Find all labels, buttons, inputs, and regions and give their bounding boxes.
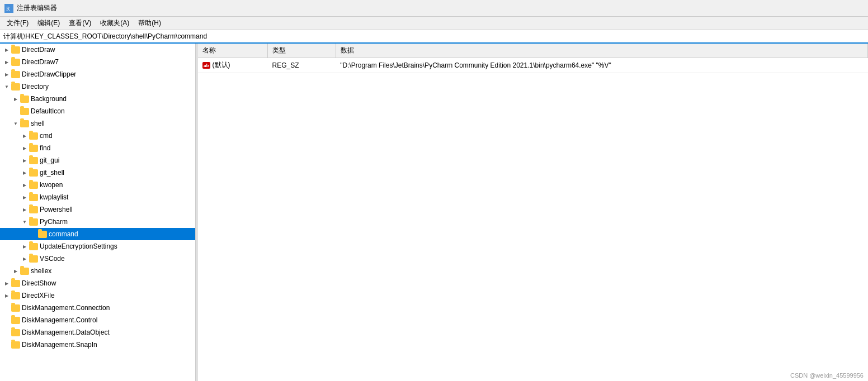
tree-item-powershell[interactable]: Powershell — [0, 203, 195, 216]
folder-icon-powershell — [29, 206, 38, 213]
cell-name-0: ab(默认) — [198, 58, 268, 73]
expand-btn-defaulticon — [11, 107, 20, 116]
tree-item-background[interactable]: Background — [0, 93, 195, 105]
expand-btn-directdrawclipper[interactable] — [2, 70, 11, 79]
menu-file[interactable]: 文件(F) — [2, 17, 33, 29]
tree-label-cmd: cmd — [40, 132, 53, 140]
folder-icon-find — [29, 144, 38, 152]
tree-item-directdraw7[interactable]: DirectDraw7 — [0, 56, 195, 68]
app-icon: R — [4, 4, 13, 13]
folder-icon-diskmanagement_control — [11, 316, 20, 324]
tree-label-shellex: shellex — [31, 267, 51, 275]
menu-favorites[interactable]: 收藏夹(A) — [96, 17, 134, 29]
expand-btn-directory[interactable] — [2, 82, 11, 91]
expand-btn-directxfile[interactable] — [2, 291, 11, 300]
tree-item-kwopen[interactable]: kwopen — [0, 179, 195, 191]
tree-label-background: Background — [31, 95, 67, 103]
expand-btn-shell[interactable] — [11, 119, 20, 128]
menu-view[interactable]: 查看(V) — [64, 17, 96, 29]
folder-icon-directxfile — [11, 292, 20, 299]
tree-label-directxfile: DirectXFile — [22, 292, 55, 299]
tree-item-directdraw[interactable]: DirectDraw — [0, 44, 195, 56]
tree-item-diskmanagement_connection[interactable]: DiskManagement.Connection — [0, 302, 195, 314]
tree-label-directshow: DirectShow — [22, 279, 56, 287]
tree-label-diskmanagement_snapin: DiskManagement.SnapIn — [22, 341, 97, 349]
col-name[interactable]: 名称 — [198, 44, 268, 58]
menu-edit[interactable]: 编辑(E) — [33, 17, 64, 29]
tree-item-git_shell[interactable]: git_shell — [0, 166, 195, 179]
folder-icon-background — [20, 95, 29, 103]
tree-panel[interactable]: DirectDrawDirectDraw7DirectDrawClipperDi… — [0, 44, 196, 381]
tree-item-directshow[interactable]: DirectShow — [0, 277, 195, 289]
tree-item-defaulticon[interactable]: DefaultIcon — [0, 105, 195, 117]
tree-item-command[interactable]: command — [0, 228, 195, 240]
folder-icon-shellex — [20, 267, 29, 275]
expand-btn-directdraw7[interactable] — [2, 58, 11, 66]
tree-item-diskmanagement_dataobject[interactable]: DiskManagement.DataObject — [0, 326, 195, 339]
folder-icon-pycharm — [29, 218, 38, 226]
tree-item-directory[interactable]: Directory — [0, 80, 195, 93]
expand-btn-diskmanagement_control — [2, 316, 11, 325]
expand-btn-shellex[interactable] — [11, 266, 20, 275]
tree-label-diskmanagement_control: DiskManagement.Control — [22, 316, 97, 324]
data-table: 名称 类型 数据 ab(默认)REG_SZ"D:\Program Files\J… — [198, 44, 868, 73]
folder-icon-vscode — [29, 255, 38, 263]
tree-item-find[interactable]: find — [0, 142, 195, 154]
tree-item-directxfile[interactable]: DirectXFile — [0, 289, 195, 302]
expand-btn-directshow[interactable] — [2, 279, 11, 288]
folder-icon-defaulticon — [20, 107, 29, 115]
folder-icon-directdrawclipper — [11, 70, 20, 78]
tree-item-pycharm[interactable]: PyCharm — [0, 216, 195, 228]
tree-label-diskmanagement_dataobject: DiskManagement.DataObject — [22, 328, 110, 336]
address-path: 计算机\HKEY_CLASSES_ROOT\Directory\shell\Py… — [3, 32, 207, 41]
expand-btn-background[interactable] — [11, 94, 20, 103]
expand-btn-find[interactable] — [20, 144, 29, 153]
menu-help[interactable]: 帮助(H) — [134, 17, 166, 29]
tree-item-git_gui[interactable]: git_gui — [0, 154, 195, 166]
svg-text:R: R — [6, 6, 10, 12]
tree-label-updateencryptionsettings: UpdateEncryptionSettings — [40, 242, 117, 250]
col-data[interactable]: 数据 — [336, 44, 867, 58]
folder-icon-diskmanagement_dataobject — [11, 328, 20, 336]
folder-icon-cmd — [29, 132, 38, 140]
tree-label-command: command — [49, 230, 78, 238]
expand-btn-kwopen[interactable] — [20, 180, 29, 189]
tree-item-directdrawclipper[interactable]: DirectDrawClipper — [0, 68, 195, 80]
expand-btn-command — [29, 230, 38, 239]
folder-icon-kwplaylist — [29, 193, 38, 201]
address-bar: 计算机\HKEY_CLASSES_ROOT\Directory\shell\Py… — [0, 30, 868, 44]
expand-btn-kwplaylist[interactable] — [20, 193, 29, 202]
tree-item-kwplaylist[interactable]: kwplaylist — [0, 191, 195, 203]
tree-item-shell[interactable]: shell — [0, 117, 195, 130]
tree-item-cmd[interactable]: cmd — [0, 130, 195, 142]
tree-label-directdraw: DirectDraw — [22, 46, 55, 54]
expand-btn-cmd[interactable] — [20, 131, 29, 140]
folder-icon-directshow — [11, 279, 20, 287]
watermark: CSDN @weixin_45599956 — [790, 372, 864, 379]
folder-icon-git_shell — [29, 169, 38, 177]
expand-btn-git_shell[interactable] — [20, 168, 29, 177]
expand-btn-pycharm[interactable] — [20, 217, 29, 226]
title-bar: R 注册表编辑器 — [0, 0, 868, 17]
cell-type-0: REG_SZ — [268, 58, 336, 73]
tree-label-vscode: VSCode — [40, 255, 65, 263]
tree-label-kwplaylist: kwplaylist — [40, 193, 68, 201]
col-type[interactable]: 类型 — [268, 44, 336, 58]
expand-btn-diskmanagement_dataobject — [2, 328, 11, 337]
folder-icon-shell — [20, 120, 29, 127]
folder-icon-diskmanagement_snapin — [11, 341, 20, 349]
expand-btn-git_gui[interactable] — [20, 156, 29, 165]
tree-label-kwopen: kwopen — [40, 181, 63, 189]
title-bar-text: 注册表编辑器 — [17, 3, 57, 13]
tree-item-diskmanagement_snapin[interactable]: DiskManagement.SnapIn — [0, 339, 195, 351]
expand-btn-powershell[interactable] — [20, 205, 29, 214]
tree-item-vscode[interactable]: VSCode — [0, 253, 195, 265]
tree-item-updateencryptionsettings[interactable]: UpdateEncryptionSettings — [0, 240, 195, 253]
tree-item-diskmanagement_control[interactable]: DiskManagement.Control — [0, 314, 195, 326]
expand-btn-vscode[interactable] — [20, 254, 29, 263]
table-row-0[interactable]: ab(默认)REG_SZ"D:\Program Files\JetBrains\… — [198, 58, 868, 73]
expand-btn-updateencryptionsettings[interactable] — [20, 242, 29, 251]
expand-btn-directdraw[interactable] — [2, 45, 11, 54]
tree-item-shellex[interactable]: shellex — [0, 265, 195, 277]
tree-label-diskmanagement_connection: DiskManagement.Connection — [22, 304, 110, 312]
